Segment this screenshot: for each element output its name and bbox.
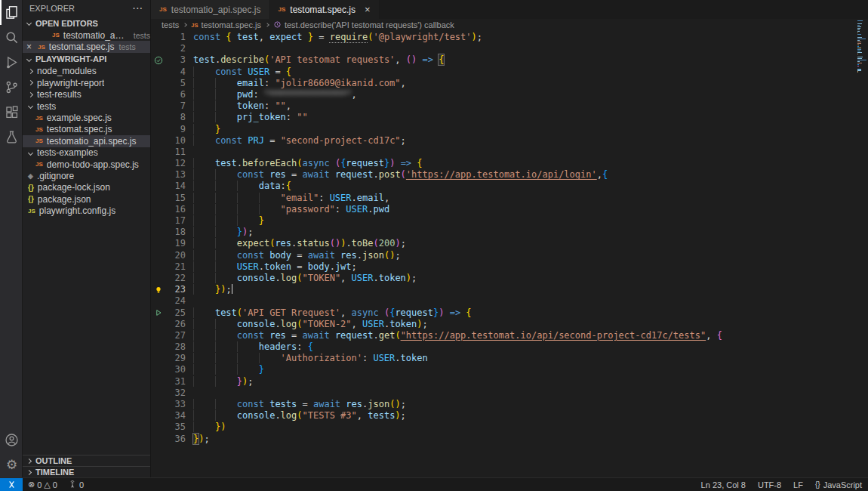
folder-item[interactable]: tests — [23, 100, 150, 112]
code-line[interactable]: 7 token: "", — [151, 100, 868, 112]
more-actions-icon[interactable]: ··· — [133, 4, 143, 13]
code-line[interactable]: 36}); — [151, 434, 868, 445]
code-line[interactable]: 15 "email": USER.email, — [151, 193, 868, 204]
source-control-icon[interactable] — [0, 75, 22, 100]
code-line[interactable]: 22 console.log("TOKEN", USER.token); — [151, 273, 868, 284]
code-line[interactable]: 24 — [151, 295, 868, 307]
file-item[interactable]: JSplaywright.config.js — [23, 205, 150, 216]
line-number[interactable]: 35 — [166, 422, 186, 433]
open-editor-item[interactable]: JStestomatio_api.spec.jstests — [23, 29, 150, 41]
eol[interactable]: LF — [787, 478, 809, 491]
line-number[interactable]: 16 — [166, 204, 186, 215]
line-number[interactable]: 14 — [166, 181, 186, 192]
line-number[interactable]: 7 — [166, 100, 186, 112]
file-item[interactable]: JStestomat.spec.js — [23, 124, 150, 135]
folder-item[interactable]: test-results — [23, 89, 150, 100]
line-number[interactable]: 34 — [166, 410, 186, 422]
line-number[interactable]: 11 — [166, 147, 186, 158]
line-number[interactable]: 9 — [166, 124, 186, 135]
breadcrumb-item[interactable]: test.describe('API testomat requests') c… — [273, 20, 454, 30]
line-number[interactable]: 2 — [166, 43, 186, 54]
code-line[interactable]: 12 test.beforeEach(async ({request}) => … — [151, 158, 868, 169]
line-number[interactable]: 15 — [166, 193, 186, 204]
code-line[interactable]: 20 const body = await res.json(); — [151, 250, 868, 261]
code-line[interactable]: 23 }); — [151, 284, 868, 295]
breadcrumb-item[interactable]: tests — [162, 20, 179, 29]
cursor-position[interactable]: Ln 23, Col 8 — [695, 478, 752, 491]
line-number[interactable]: 22 — [166, 273, 186, 284]
line-number[interactable]: 20 — [166, 250, 186, 261]
line-number[interactable]: 12 — [166, 158, 186, 169]
folder-item[interactable]: node_modules — [23, 66, 150, 77]
pass-icon[interactable] — [151, 54, 166, 66]
file-item[interactable]: ◈.gitignore — [23, 170, 150, 181]
code-line[interactable]: 10 const PRJ = "second-project-cd17c"; — [151, 135, 868, 147]
file-item[interactable]: {}package.json — [23, 193, 150, 205]
line-number[interactable]: 26 — [166, 319, 186, 330]
line-number[interactable]: 5 — [166, 78, 186, 89]
settings-icon[interactable]: ⚙ — [0, 452, 22, 477]
problems-indicator[interactable]: ⊗0△0 — [23, 478, 63, 491]
code-line[interactable]: 31 }); — [151, 376, 868, 388]
code-line[interactable]: 4 const USER = { — [151, 66, 868, 78]
code-line[interactable]: 18 }); — [151, 227, 868, 238]
line-number[interactable]: 10 — [166, 135, 186, 147]
folder-item[interactable]: tests-examples — [23, 147, 150, 159]
code-line[interactable]: 27 const res = await request.get("https:… — [151, 330, 868, 341]
lightbulb-icon[interactable] — [151, 284, 166, 295]
line-number[interactable]: 1 — [166, 32, 186, 43]
code-line[interactable]: 13 const res = await request.post('https… — [151, 169, 868, 181]
code-line[interactable]: 19 expect(res.status()).toBe(200); — [151, 238, 868, 249]
line-number[interactable]: 23 — [166, 284, 186, 295]
close-icon[interactable]: × — [26, 42, 35, 52]
extensions-icon[interactable] — [0, 100, 22, 125]
account-icon[interactable] — [0, 428, 22, 452]
run-debug-icon[interactable] — [0, 50, 22, 75]
line-number[interactable]: 31 — [166, 376, 186, 388]
editor-tab[interactable]: JStestomat.spec.js× — [270, 0, 380, 19]
ports-indicator[interactable]: 0 — [63, 478, 89, 491]
close-icon[interactable]: × — [365, 4, 371, 15]
code-line[interactable]: 30 } — [151, 364, 868, 375]
code-line[interactable]: 14 data:{ — [151, 181, 868, 192]
code-line[interactable]: 5 email: "jolir86609@ikanid.com", — [151, 78, 868, 89]
language-mode[interactable]: {}JavaScript — [809, 478, 868, 491]
code-line[interactable]: 9 } — [151, 124, 868, 135]
editor-tab[interactable]: JStestomatio_api.spec.js — [151, 0, 270, 19]
line-number[interactable]: 29 — [166, 353, 186, 364]
project-header[interactable]: PLAYWRIGHT-API — [23, 53, 150, 66]
code-line[interactable]: 32 — [151, 388, 868, 399]
file-item[interactable]: JSexample.spec.js — [23, 112, 150, 123]
code-line[interactable]: 35 }) — [151, 422, 868, 433]
code-editor[interactable]: 1const { test, expect } = require('@play… — [151, 31, 868, 477]
line-number[interactable]: 30 — [166, 364, 186, 375]
explorer-icon[interactable] — [0, 0, 22, 25]
file-item[interactable]: {}package-lock.json — [23, 182, 150, 193]
file-item[interactable]: JSdemo-todo-app.spec.js — [23, 159, 150, 170]
run-icon[interactable] — [151, 307, 166, 319]
line-number[interactable]: 13 — [166, 169, 186, 181]
line-number[interactable]: 36 — [166, 434, 186, 445]
code-line[interactable]: 26 console.log("TOKEN-2", USER.token); — [151, 319, 868, 330]
line-number[interactable]: 33 — [166, 399, 186, 410]
code-line[interactable]: 3test.describe('API testomat requests', … — [151, 54, 868, 66]
breadcrumb-item[interactable]: JStestomat.spec.js — [191, 20, 261, 29]
line-number[interactable]: 4 — [166, 66, 186, 78]
timeline-header[interactable]: TIMELINE — [23, 466, 150, 477]
code-line[interactable]: 16 "password": USER.pwd — [151, 204, 868, 215]
testing-icon[interactable] — [0, 125, 22, 150]
code-line[interactable]: 8 prj_token: "" — [151, 112, 868, 123]
line-number[interactable]: 19 — [166, 238, 186, 249]
code-line[interactable]: 6 pwd: "**************", — [151, 89, 868, 100]
code-line[interactable]: 33 const tests = await res.json(); — [151, 399, 868, 410]
folder-item[interactable]: playwright-report — [23, 77, 150, 88]
code-line[interactable]: 34 console.log("TESTS #3", tests); — [151, 410, 868, 422]
line-number[interactable]: 24 — [166, 295, 186, 307]
code-line[interactable]: 21 USER.token = body.jwt; — [151, 261, 868, 273]
line-number[interactable]: 28 — [166, 341, 186, 353]
line-number[interactable]: 25 — [166, 307, 186, 319]
remote-indicator[interactable] — [0, 478, 23, 491]
line-number[interactable]: 17 — [166, 215, 186, 227]
line-number[interactable]: 8 — [166, 112, 186, 123]
line-number[interactable]: 27 — [166, 330, 186, 341]
